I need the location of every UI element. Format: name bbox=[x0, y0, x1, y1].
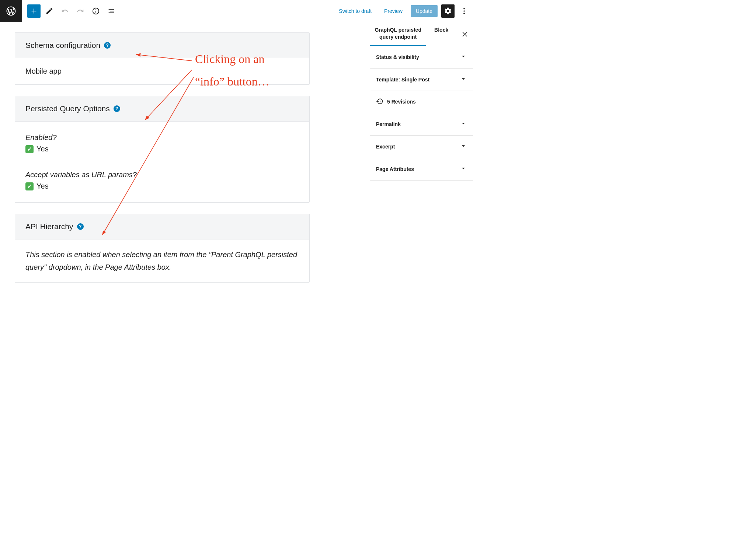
panel-title: API Hierarchy bbox=[25, 222, 73, 231]
pencil-icon bbox=[45, 7, 53, 15]
option-label: Enabled? bbox=[25, 133, 299, 142]
svg-point-0 bbox=[463, 8, 465, 9]
option-label: Accept variables as URL params? bbox=[25, 171, 299, 179]
add-block-button[interactable] bbox=[27, 4, 41, 18]
option-value-text: Yes bbox=[36, 182, 49, 190]
option-value-text: Yes bbox=[36, 145, 49, 153]
option-value: ✓ Yes bbox=[25, 145, 299, 153]
details-button[interactable] bbox=[89, 4, 102, 18]
list-icon bbox=[107, 7, 115, 15]
wordpress-logo[interactable] bbox=[0, 0, 22, 22]
revisions-text: 5 Revisions bbox=[387, 99, 416, 105]
redo-button[interactable] bbox=[74, 4, 87, 18]
checkmark-icon: ✓ bbox=[25, 182, 34, 190]
switch-to-draft-button[interactable]: Switch to draft bbox=[334, 5, 376, 17]
sidebar-close-button[interactable] bbox=[457, 22, 473, 46]
gear-icon bbox=[444, 7, 452, 15]
edit-mode-button[interactable] bbox=[43, 4, 56, 18]
svg-point-1 bbox=[463, 10, 465, 12]
info-button[interactable]: ? bbox=[104, 42, 111, 49]
workspace: Schema configuration ? Mobile app Persis… bbox=[0, 22, 473, 350]
tab-document[interactable]: GraphQL persisted query endpoint bbox=[370, 22, 426, 46]
plus-icon bbox=[30, 7, 38, 15]
panel-title: Status & visibility bbox=[376, 54, 419, 60]
editor-canvas: Schema configuration ? Mobile app Persis… bbox=[0, 22, 370, 350]
settings-sidebar: GraphQL persisted query endpoint Block S… bbox=[370, 22, 473, 350]
option-row: Enabled? ✓ Yes bbox=[25, 130, 299, 156]
option-value: ✓ Yes bbox=[25, 182, 299, 190]
checkmark-icon: ✓ bbox=[25, 145, 34, 153]
undo-button[interactable] bbox=[58, 4, 72, 18]
status-visibility-panel[interactable]: Status & visibility bbox=[370, 46, 473, 69]
panel-title: Persisted Query Options bbox=[25, 104, 110, 113]
close-icon bbox=[461, 30, 469, 38]
toolbar-left bbox=[22, 0, 118, 22]
chevron-down-icon bbox=[460, 53, 467, 62]
tab-block[interactable]: Block bbox=[426, 22, 457, 46]
permalink-panel[interactable]: Permalink bbox=[370, 113, 473, 136]
panel-title: Excerpt bbox=[376, 144, 395, 150]
history-icon bbox=[376, 98, 383, 106]
redo-icon bbox=[76, 7, 84, 15]
chevron-down-icon bbox=[460, 142, 467, 151]
undo-icon bbox=[61, 7, 69, 15]
preview-button[interactable]: Preview bbox=[380, 5, 407, 17]
info-icon bbox=[92, 7, 100, 15]
panel-body: This section is enabled when selecting a… bbox=[15, 239, 309, 282]
svg-point-2 bbox=[463, 13, 465, 14]
panel-title: Page Attributes bbox=[376, 166, 414, 172]
panel-title: Template: Single Post bbox=[376, 77, 429, 83]
dots-vertical-icon bbox=[460, 7, 468, 15]
panel-title: Permalink bbox=[376, 121, 401, 127]
sidebar-tabs: GraphQL persisted query endpoint Block bbox=[370, 22, 473, 46]
panel-header: API Hierarchy ? bbox=[15, 214, 309, 239]
toolbar-right: Switch to draft Preview Update bbox=[334, 0, 473, 22]
chevron-down-icon bbox=[460, 75, 467, 84]
template-panel[interactable]: Template: Single Post bbox=[370, 69, 473, 91]
panel-body: Enabled? ✓ Yes Accept variables as URL p… bbox=[15, 122, 309, 202]
persisted-query-options-panel: Persisted Query Options ? Enabled? ✓ Yes… bbox=[15, 96, 310, 203]
panel-title: Schema configuration bbox=[25, 41, 100, 50]
panel-body: Mobile app bbox=[15, 58, 309, 84]
chevron-down-icon bbox=[460, 120, 467, 129]
chevron-down-icon bbox=[460, 165, 467, 174]
schema-configuration-panel: Schema configuration ? Mobile app bbox=[15, 32, 310, 85]
option-row: Accept variables as URL params? ✓ Yes bbox=[25, 163, 299, 193]
panel-title: 5 Revisions bbox=[376, 98, 416, 106]
more-options-button[interactable] bbox=[458, 4, 470, 18]
panel-header: Schema configuration ? bbox=[15, 33, 309, 58]
top-toolbar: Switch to draft Preview Update bbox=[0, 0, 473, 22]
revisions-panel[interactable]: 5 Revisions bbox=[370, 91, 473, 113]
info-button[interactable]: ? bbox=[114, 105, 120, 112]
info-button[interactable]: ? bbox=[77, 223, 84, 230]
update-button[interactable]: Update bbox=[411, 5, 438, 17]
excerpt-panel[interactable]: Excerpt bbox=[370, 136, 473, 158]
settings-button[interactable] bbox=[441, 4, 455, 18]
api-hierarchy-panel: API Hierarchy ? This section is enabled … bbox=[15, 214, 310, 283]
page-attributes-panel[interactable]: Page Attributes bbox=[370, 158, 473, 181]
outline-button[interactable] bbox=[105, 4, 118, 18]
wordpress-icon bbox=[6, 6, 17, 17]
panel-header: Persisted Query Options ? bbox=[15, 96, 309, 122]
panel-body-text: This section is enabled when selecting a… bbox=[25, 248, 299, 273]
